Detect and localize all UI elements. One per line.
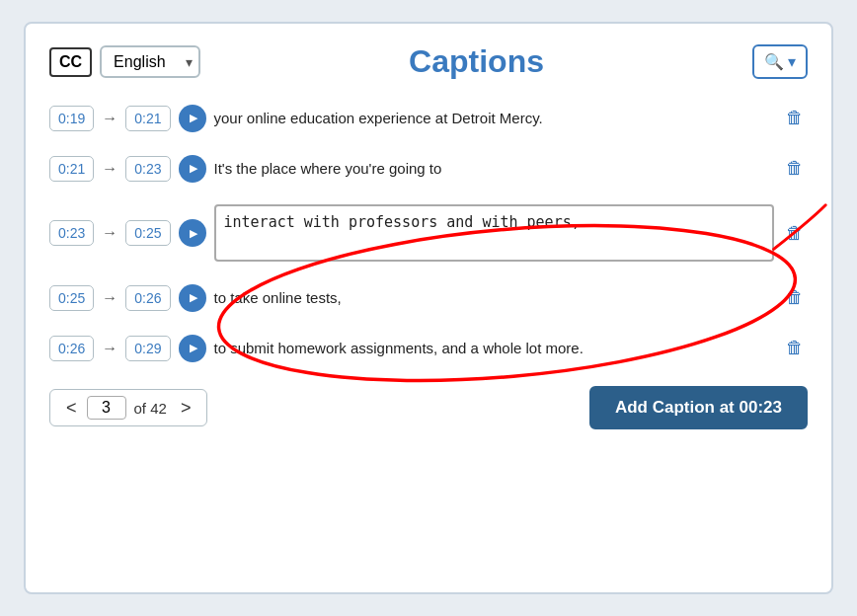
next-page-button[interactable]: >	[175, 398, 197, 419]
caption-end-time: 0:23	[125, 156, 170, 182]
caption-end-time: 0:29	[125, 336, 170, 361]
play-button[interactable]	[179, 105, 206, 132]
footer: < of 42 > Add Caption at 00:23	[49, 386, 808, 429]
page-of-label: of 42	[134, 400, 167, 417]
add-caption-button[interactable]: Add Caption at 00:23	[589, 386, 808, 429]
time-arrow-icon: →	[102, 160, 117, 178]
caption-row: 0:19→0:21your online education experienc…	[49, 98, 808, 138]
time-arrow-icon: →	[102, 110, 117, 127]
caption-end-time: 0:26	[125, 285, 170, 311]
caption-text-input[interactable]	[214, 204, 775, 262]
caption-end-time: 0:25	[125, 220, 170, 246]
delete-caption-button[interactable]: 🗑	[782, 334, 808, 362]
panel-header: CC English Spanish French German Caption…	[49, 43, 808, 80]
delete-caption-button[interactable]: 🗑	[782, 283, 808, 312]
caption-row: 0:26→0:29to submit homework assignments,…	[49, 328, 808, 368]
play-button[interactable]	[179, 155, 206, 183]
page-title: Captions	[200, 43, 752, 80]
caption-start-time: 0:26	[49, 336, 94, 361]
caption-start-time: 0:19	[49, 106, 94, 131]
caption-text: to submit homework assignments, and a wh…	[214, 338, 775, 358]
language-wrapper: English Spanish French German	[100, 45, 200, 78]
caption-list: 0:19→0:21your online education experienc…	[49, 98, 808, 368]
cc-button[interactable]: CC	[49, 47, 92, 77]
pagination-control: < of 42 >	[49, 389, 207, 426]
search-button[interactable]: 🔍 ▾	[752, 44, 808, 79]
caption-start-time: 0:25	[49, 285, 94, 311]
time-arrow-icon: →	[102, 224, 117, 242]
time-arrow-icon: →	[102, 340, 117, 357]
caption-row: 0:25→0:26to take online tests,🗑	[49, 277, 808, 318]
caption-row: 0:23→0:25🗑	[49, 198, 808, 268]
caption-end-time: 0:21	[125, 106, 170, 131]
caption-start-time: 0:23	[49, 220, 94, 246]
play-button[interactable]	[179, 335, 206, 362]
language-select[interactable]: English Spanish French German	[100, 45, 200, 78]
prev-page-button[interactable]: <	[60, 398, 83, 419]
delete-caption-button[interactable]: 🗑	[782, 219, 808, 248]
caption-row: 0:21→0:23It's the place where you're goi…	[49, 148, 808, 189]
caption-text: your online education experience at Detr…	[214, 108, 775, 128]
search-dropdown-icon: ▾	[788, 52, 796, 71]
captions-panel: CC English Spanish French German Caption…	[24, 22, 833, 594]
caption-text: to take online tests,	[214, 287, 775, 308]
delete-caption-button[interactable]: 🗑	[782, 154, 808, 183]
caption-start-time: 0:21	[49, 156, 94, 182]
play-button[interactable]	[179, 284, 206, 312]
delete-caption-button[interactable]: 🗑	[782, 104, 808, 132]
play-button[interactable]	[179, 219, 206, 247]
caption-text: It's the place where you're going to	[214, 158, 775, 179]
time-arrow-icon: →	[102, 289, 117, 307]
search-icon: 🔍	[764, 52, 784, 71]
page-number-input[interactable]	[87, 396, 126, 420]
